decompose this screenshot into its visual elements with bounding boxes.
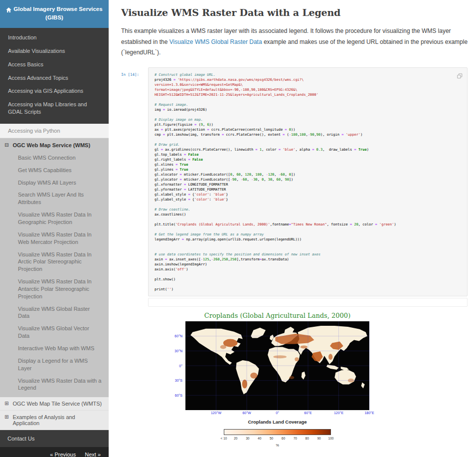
- map-y-tick-label: 0°: [179, 364, 182, 367]
- code-token: version=1.3.0&service=WMS&request=GetMap…: [155, 83, 243, 87]
- sidebar-item-accessing-via-python[interactable]: Accessing via Python: [0, 124, 109, 138]
- sidebar-section-label: OGC Web Map Service (WMS): [12, 142, 90, 148]
- code-token: 'upper': [346, 133, 361, 137]
- code-line: gl.ylines = True: [155, 167, 462, 172]
- map-y-tick-label: 30°N: [174, 349, 182, 353]
- legend-colorbar: < 102030405060708090100 %: [224, 429, 331, 447]
- page: Global Imagery Browse Services (GIBS) In…: [0, 0, 476, 457]
- code-line: # Draw coastline.: [155, 207, 462, 212]
- sidebar-sub-item[interactable]: Get WMS Capabilities: [0, 164, 109, 177]
- code-token: ax.transData): [262, 257, 289, 261]
- code-line: axin.axis('off'): [155, 267, 462, 272]
- sidebar-section-wms[interactable]: ⊟ OGC Web Map Service (WMS): [0, 138, 109, 152]
- sidebar-sub-item[interactable]: Search WMS Layer And Its Attributes: [0, 189, 109, 209]
- code-line: # use data coordinates to specify the po…: [155, 252, 462, 257]
- code-token: # Display image on map.: [155, 118, 203, 122]
- sidebar-bottom: Contact Us: [0, 430, 109, 447]
- page-title: Visualize WMS Raster Data with a Legend: [121, 7, 468, 18]
- code-token: gl: [155, 148, 161, 152]
- code-token: axin.axis(: [155, 267, 175, 271]
- code-token: 120: [268, 173, 275, 177]
- code-token: , draw_labels: [322, 148, 354, 152]
- code-token: {: [190, 193, 194, 197]
- code-token: 250: [230, 257, 237, 261]
- code-line: cmp = plt.imshow(img, transform = ccrs.P…: [155, 132, 462, 137]
- code-token: img: [155, 108, 163, 112]
- code-line: # Get the legend image from the URL as a…: [155, 232, 462, 237]
- sidebar-item[interactable]: Access Advanced Topics: [0, 71, 109, 85]
- code-token: {: [190, 198, 194, 202]
- code-token: io.imread(proj4326): [165, 108, 207, 112]
- colorbar-tick-label: 70: [294, 437, 297, 440]
- sidebar-item-contact-us[interactable]: Contact Us: [0, 430, 109, 447]
- sidebar-sub-item[interactable]: Visualize WMS Global Vector Data: [0, 322, 109, 342]
- sidebar-sub-item[interactable]: Interactive Web Map with WMS: [0, 342, 109, 355]
- code-token: 60: [236, 173, 240, 177]
- map-y-tick-label: 30°S: [175, 379, 182, 382]
- sidebar-sub-item[interactable]: Visualize WMS Global Raster Data: [0, 303, 109, 323]
- code-token: gl.ylines: [155, 168, 175, 172]
- code-token: 180: [300, 133, 306, 137]
- code-token: gl.xlocator: [155, 173, 180, 177]
- sidebar-item-label: Accessing via Python: [8, 128, 60, 134]
- sidebar-collapsed-section[interactable]: ⊞Examples of Analysis and Application: [0, 411, 109, 430]
- sidebar-item[interactable]: Accessing via Map Libraries and GDAL Scr…: [0, 98, 109, 119]
- code-token: 90: [317, 133, 320, 137]
- code-line: [155, 272, 462, 277]
- code-line: # Display image on map.: [155, 117, 462, 122]
- code-token: 180: [255, 173, 262, 177]
- code-token: np.array(plimg.open(urllib.request.urlop…: [184, 237, 302, 241]
- sidebar-sub-item[interactable]: Visualize WMS Raster Data with a Legend: [0, 375, 109, 395]
- sidebar-sub-item[interactable]: Visualize WMS Raster Data In Geographic …: [0, 209, 109, 228]
- next-page-link[interactable]: Next »: [85, 452, 101, 457]
- sidebar-sub-item[interactable]: Display WMS All Layers: [0, 177, 109, 189]
- code-token: ,: [274, 173, 278, 177]
- map-plot: 60°N30°N0°30°S60°S: [185, 321, 369, 410]
- sidebar-wms-section: ⊟ OGC Web Map Service (WMS) Basic WMS Co…: [0, 138, 109, 397]
- sidebar-item[interactable]: Available Visualizations: [0, 44, 109, 58]
- sidebar-sub-item[interactable]: Display a Legend for a WMS Layer: [0, 355, 109, 375]
- sidebar-home-link[interactable]: Global Imagery Browse Services (GIBS): [0, 0, 109, 28]
- code-token: ): [171, 287, 173, 291]
- previous-page-link[interactable]: « Previous: [50, 452, 76, 457]
- colorbar-tick-label: 20: [234, 437, 237, 440]
- sidebar-item[interactable]: Access Basics: [0, 58, 109, 71]
- code-token: plt.title(: [155, 223, 175, 227]
- code-line: [155, 217, 462, 222]
- code-token: axin: [155, 257, 165, 261]
- map-x-tick-label: 120°W: [211, 411, 221, 415]
- cell-prompt: In [14]:: [121, 67, 148, 77]
- figure-title: Croplands (Global Agricultural Lands, 20…: [185, 312, 369, 319]
- code-token: 'off': [175, 267, 186, 271]
- code-token: ): [367, 148, 369, 152]
- code-input-area[interactable]: # Construct global image URL.proj4326 = …: [148, 67, 468, 296]
- code-token: )): [209, 123, 213, 127]
- visualize-wms-global-raster-data-link[interactable]: Visualize WMS Global Raster Data: [169, 38, 262, 45]
- code-token: gl.xlabel_style: [155, 193, 188, 197]
- sidebar-sub-item[interactable]: Basic WMS Connection: [0, 152, 109, 164]
- code-token: 20: [354, 223, 358, 227]
- code-line: [155, 242, 462, 247]
- sidebar-sub-item[interactable]: Visualize WMS Raster Data In Antarctic P…: [0, 275, 109, 303]
- sidebar-item[interactable]: Accessing via GIS Applications: [0, 84, 109, 98]
- code-token: ax.coastlines(): [155, 213, 186, 217]
- sidebar-sub-item[interactable]: Visualize WMS Raster Data In Web Mercato…: [0, 228, 109, 248]
- code-line: gl = ax.gridlines(ccrs.PlateCarree(), li…: [155, 147, 462, 152]
- code-token: ,: [272, 178, 276, 182]
- copy-icon[interactable]: [457, 71, 463, 80]
- code-token: ccrs.PlateCarree(), extent: [224, 133, 283, 137]
- sidebar-sub-item[interactable]: Visualize WMS Raster Data In Arctic Pola…: [0, 248, 109, 276]
- code-line: print(''): [155, 287, 462, 292]
- collapse-box-icon[interactable]: ⊟: [4, 142, 8, 148]
- code-token: plt.axes(projection: [163, 128, 207, 132]
- code-line: gl.xlabel_style = {'color': 'blue'}: [155, 192, 462, 197]
- expand-box-icon[interactable]: ⊞: [4, 401, 8, 406]
- expand-box-icon[interactable]: ⊞: [4, 414, 8, 420]
- code-token: # Get the legend image from the URL as a…: [155, 232, 264, 236]
- sidebar-item[interactable]: Introduction: [0, 31, 109, 44]
- code-token: gl.right_labels: [155, 158, 188, 162]
- code-line: [155, 247, 462, 252]
- sidebar-collapsed-section[interactable]: ⊞OGC Web Map Tile Service (WMTS): [0, 397, 109, 411]
- colorbar-tick-label: 90: [317, 437, 320, 440]
- code-token: LONGITUDE_FORMATTER: [186, 183, 228, 187]
